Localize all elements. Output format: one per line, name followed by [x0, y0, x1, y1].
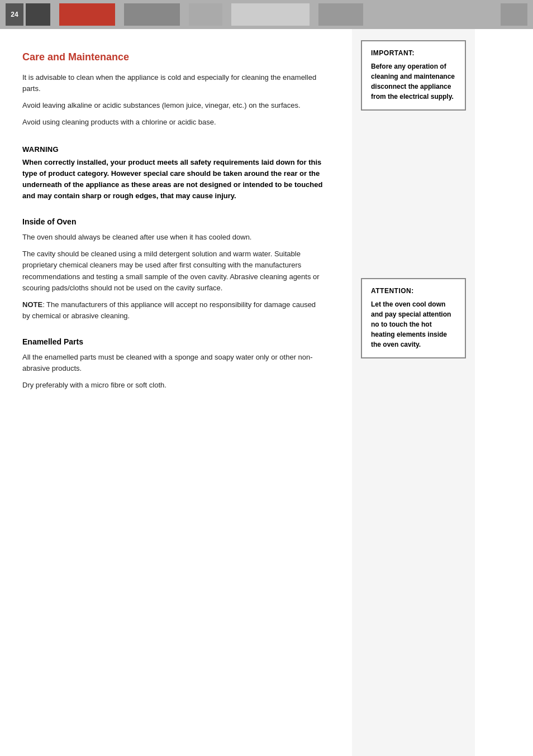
warning-section: WARNING When correctly installed, your p…: [22, 145, 325, 202]
note-text: : The manufacturers of this appliance wi…: [22, 300, 316, 320]
warning-title: WARNING: [22, 145, 325, 154]
header-block-medium: [124, 3, 180, 26]
intro-paragraph-2: Avoid leaving alkaline or acidic substan…: [22, 100, 325, 111]
attention-box-title: ATTENTION:: [371, 287, 456, 295]
page-number: 24: [6, 3, 23, 26]
main-content: Care and Maintenance It is advisable to …: [0, 29, 352, 756]
attention-box-text: Let the oven cool down and pay special a…: [371, 299, 456, 350]
header-gap-5: [312, 3, 316, 26]
enamelled-parts-section: Enamelled Parts All the enamelled parts …: [22, 337, 325, 391]
enamelled-parts-title: Enamelled Parts: [22, 337, 325, 346]
important-box-title: IMPORTANT:: [371, 49, 456, 57]
section-title: Care and Maintenance: [22, 51, 325, 63]
inside-oven-note: NOTE: The manufacturers of this applianc…: [22, 299, 325, 322]
intro-paragraph-1: It is advisable to clean when the applia…: [22, 72, 325, 94]
header-block-red: [59, 3, 115, 26]
attention-box: ATTENTION: Let the oven cool down and pa…: [361, 278, 466, 358]
inside-oven-title: Inside of Oven: [22, 217, 325, 226]
page-wrapper: 24 Care and Maintenance It is advisable …: [0, 0, 533, 756]
intro-section: It is advisable to clean when the applia…: [22, 72, 325, 128]
header-bar: 24: [0, 0, 533, 29]
intro-paragraph-3: Avoid using cleaning products with a chl…: [22, 117, 325, 128]
content-area: Care and Maintenance It is advisable to …: [0, 29, 533, 756]
inside-oven-para-1: The oven should always be cleaned after …: [22, 232, 325, 243]
header-gap-4: [225, 3, 229, 26]
header-block-dark: [26, 3, 50, 26]
inside-oven-section: Inside of Oven The oven should always be…: [22, 217, 325, 322]
sidebar: IMPORTANT: Before any operation of clean…: [352, 29, 475, 756]
warning-text: When correctly installed, your product m…: [22, 157, 325, 202]
header-block-gray: [318, 3, 363, 26]
header-gap-1: [53, 3, 57, 26]
header-gap-2: [117, 3, 122, 26]
header-gap-3: [182, 3, 187, 26]
important-box-text: Before any operation of cleaning and mai…: [371, 61, 456, 102]
header-block-lightest: [231, 3, 310, 26]
important-box: IMPORTANT: Before any operation of clean…: [361, 40, 466, 111]
inside-oven-para-2: The cavity should be cleaned using a mil…: [22, 248, 325, 294]
enamelled-parts-para-2: Dry preferably with a micro fibre or sof…: [22, 380, 325, 391]
enamelled-parts-para-1: All the enamelled parts must be cleaned …: [22, 352, 325, 374]
header-right-bar: [501, 3, 527, 26]
note-label: NOTE: [22, 300, 42, 309]
header-block-lighter: [189, 3, 222, 26]
